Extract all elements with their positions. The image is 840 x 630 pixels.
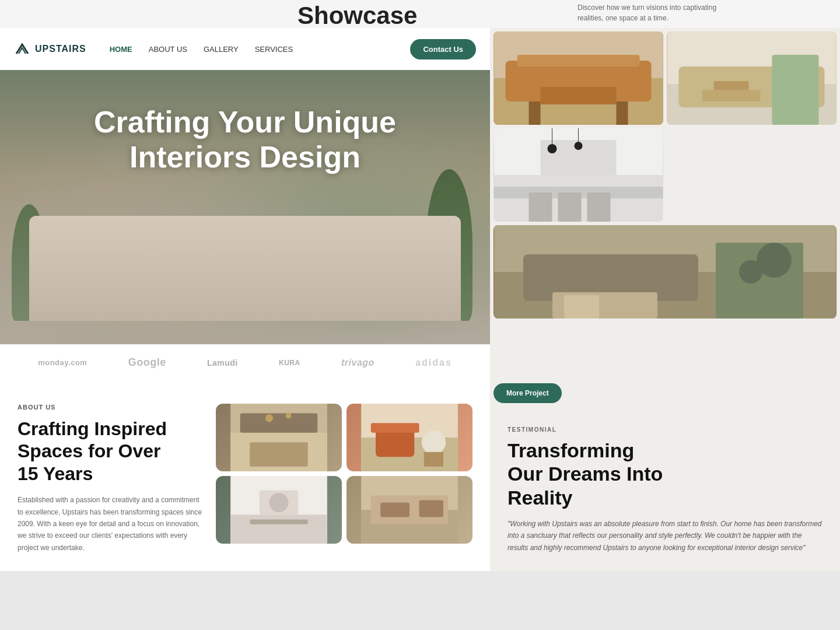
about-heading: Crafting Inspired Spaces for Over 15 Yea… bbox=[18, 418, 204, 485]
logo-icon bbox=[14, 41, 30, 57]
svg-rect-39 bbox=[529, 192, 552, 222]
brand-kura: KURA bbox=[279, 359, 300, 367]
hero-title: Crafting Your Unique Interiors Design bbox=[0, 105, 490, 175]
about-image-2 bbox=[346, 404, 473, 471]
svg-rect-11 bbox=[424, 452, 443, 467]
svg-point-45 bbox=[575, 142, 583, 150]
showcase-bar: Showcase Discover how we turn visions in… bbox=[0, 0, 840, 28]
svg-rect-40 bbox=[558, 192, 582, 222]
testimonial-heading-line2: Our Dreams Into bbox=[508, 463, 663, 485]
testimonial-label: TESTIMONIAL bbox=[508, 426, 822, 433]
nav-services[interactable]: SERVICES bbox=[255, 45, 293, 54]
svg-rect-27 bbox=[529, 102, 541, 125]
about-label: ABOUT US bbox=[18, 404, 204, 411]
testimonial-section: TESTIMONIAL Transforming Our Dreams Into… bbox=[490, 409, 840, 572]
main-layout: UPSTAIRS HOME ABOUT US GALLERY SERVICES … bbox=[0, 28, 840, 571]
about-text: ABOUT US Crafting Inspired Spaces for Ov… bbox=[18, 404, 204, 554]
testimonial-heading: Transforming Our Dreams Into Reality bbox=[508, 439, 822, 510]
gallery-cell-1 bbox=[494, 32, 663, 125]
contact-button[interactable]: Contact Us bbox=[410, 39, 476, 60]
gallery-img-2 bbox=[667, 32, 836, 125]
svg-rect-13 bbox=[230, 514, 327, 544]
svg-rect-41 bbox=[587, 192, 611, 222]
hero-section: Crafting Your Unique Interiors Design bbox=[0, 70, 490, 344]
svg-point-4 bbox=[265, 414, 273, 422]
about-img-3-svg bbox=[216, 476, 342, 544]
showcase-title-partial: Showcase bbox=[298, 4, 417, 28]
svg-rect-25 bbox=[517, 55, 640, 66]
testimonial-heading-line1: Transforming bbox=[508, 439, 634, 461]
nav-links: HOME ABOUT US GALLERY SERVICES bbox=[110, 45, 293, 54]
about-image-3 bbox=[216, 476, 342, 544]
svg-point-15 bbox=[269, 493, 288, 512]
about-body: Established with a passion for creativit… bbox=[18, 494, 204, 554]
svg-rect-33 bbox=[702, 90, 761, 102]
gallery-cell-4 bbox=[494, 225, 836, 318]
svg-rect-32 bbox=[772, 55, 819, 125]
svg-rect-9 bbox=[371, 423, 419, 433]
hero-couch bbox=[29, 216, 461, 321]
brand-google: Google bbox=[128, 356, 166, 369]
svg-rect-16 bbox=[250, 520, 307, 524]
svg-point-51 bbox=[739, 260, 762, 284]
svg-rect-20 bbox=[380, 503, 410, 517]
svg-point-10 bbox=[422, 430, 446, 454]
gallery-img-4 bbox=[494, 225, 836, 318]
about-image-1 bbox=[216, 404, 342, 471]
gallery-cell-3 bbox=[494, 128, 663, 222]
showcase-description: Discover how we turn visions into captiv… bbox=[578, 2, 729, 23]
brand-adidas: adidas bbox=[415, 358, 452, 368]
hero-title-line1: Crafting Your Unique bbox=[94, 105, 396, 139]
nav-gallery[interactable]: GALLERY bbox=[204, 45, 239, 54]
more-project-button[interactable]: More Project bbox=[494, 383, 562, 403]
gallery-cell-2 bbox=[667, 32, 836, 125]
svg-rect-3 bbox=[250, 442, 307, 466]
left-panel: UPSTAIRS HOME ABOUT US GALLERY SERVICES … bbox=[0, 28, 490, 571]
about-section: ABOUT US Crafting Inspired Spaces for Ov… bbox=[0, 380, 490, 571]
svg-point-43 bbox=[548, 144, 557, 153]
svg-rect-28 bbox=[617, 102, 628, 125]
more-project-area: More Project bbox=[490, 377, 840, 409]
logo[interactable]: UPSTAIRS bbox=[14, 41, 86, 57]
nav-home[interactable]: HOME bbox=[110, 45, 132, 54]
logo-text: UPSTAIRS bbox=[35, 44, 86, 54]
svg-point-5 bbox=[286, 413, 292, 419]
testimonial-quote: "Working with Upstairs was an absolute p… bbox=[508, 518, 822, 554]
svg-rect-2 bbox=[240, 414, 318, 433]
brand-monday: monday.com bbox=[38, 358, 87, 367]
about-heading-line2: Spaces for Over bbox=[18, 440, 160, 461]
nav-about[interactable]: ABOUT US bbox=[149, 45, 187, 54]
about-heading-line3: 15 Years bbox=[18, 463, 93, 484]
gallery-grid bbox=[490, 28, 840, 377]
about-img-4-svg bbox=[346, 476, 473, 544]
about-images bbox=[216, 404, 473, 544]
brand-trivago: trivago bbox=[341, 358, 374, 368]
svg-rect-34 bbox=[714, 81, 749, 90]
svg-rect-21 bbox=[419, 500, 443, 517]
about-img-2-svg bbox=[346, 404, 473, 471]
gallery-img-3 bbox=[494, 128, 663, 222]
about-image-4 bbox=[346, 476, 473, 544]
right-panel: More Project TESTIMONIAL Transforming Ou… bbox=[490, 28, 840, 571]
svg-rect-53 bbox=[564, 295, 599, 318]
hero-title-line2: Interiors Design bbox=[130, 140, 360, 174]
brands-bar: monday.com Google Lamudi KURA trivago ad… bbox=[0, 344, 490, 380]
about-img-1-svg bbox=[216, 404, 342, 471]
about-heading-line1: Crafting Inspired bbox=[18, 418, 167, 439]
brand-lamudi: Lamudi bbox=[207, 358, 238, 368]
navbar: UPSTAIRS HOME ABOUT US GALLERY SERVICES … bbox=[0, 28, 490, 70]
svg-rect-26 bbox=[541, 87, 617, 104]
testimonial-heading-line3: Reality bbox=[508, 487, 573, 509]
gallery-img-1 bbox=[494, 32, 663, 125]
